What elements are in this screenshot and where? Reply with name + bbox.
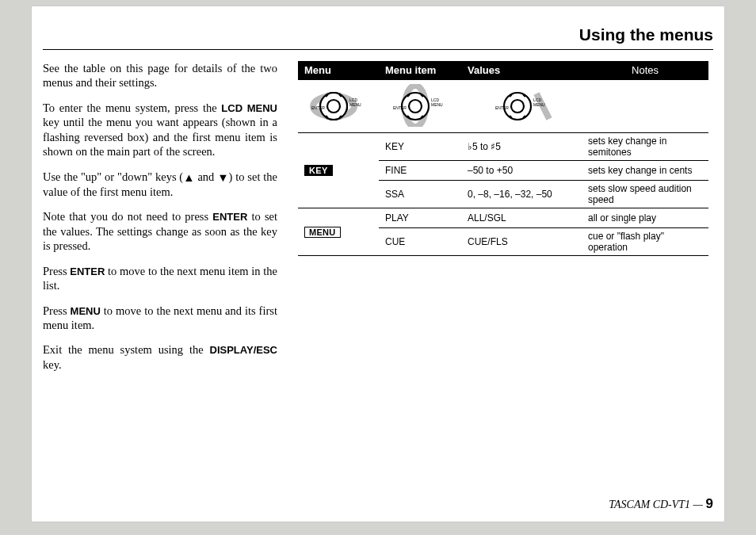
svg-text:MENU: MENU [431,102,443,107]
col-item: Menu item [379,61,461,80]
manual-page: Using the menus See the table on this pa… [32,6,724,522]
encoder-icon: ENTER LCD MENU [308,84,368,129]
cell-notes: all or single play [582,208,708,228]
text: Press [43,265,70,277]
encoder-icon: ENTER LCD MENU [487,84,556,129]
icon-cell-item: ENTER LCD MENU [379,80,461,133]
enter-label: ENTER [311,105,325,110]
down-arrow-icon: ▼ [217,170,228,185]
text: key. [43,358,62,371]
paragraph-7: Exit the menu system using the DISPLAY/E… [43,342,277,372]
encoder-icon: ENTER LCD MENU [390,84,450,129]
cell-values: CUE/FLS [461,228,582,256]
cell-values: ♭5 to ♯5 [461,133,582,161]
body-text-column: See the table on this page for details o… [43,61,277,382]
cell-item: KEY [379,133,461,161]
icon-row: ENTER LCD MENU [298,80,708,133]
cell-notes: sets slow speed audition speed [582,181,708,208]
page-number: 9 [706,496,713,511]
text: Press [43,304,71,317]
svg-text:MENU: MENU [533,102,545,107]
icon-cell-values: ENTER LCD MENU [461,80,582,133]
icon-cell-notes [582,80,708,133]
menu-table: Menu Menu item Values Notes [298,61,708,256]
cell-item: PLAY [379,208,461,228]
col-menu: Menu [298,61,379,80]
page-footer: TASCAM CD-VT1 — 9 [609,496,713,512]
svg-text:ENTER: ENTER [393,105,407,110]
menu-cell-key: KEY [298,133,379,208]
cell-item: CUE [379,228,461,256]
paragraph-6: Press MENU to move to the next menu and … [43,304,277,333]
key-badge: KEY [304,165,333,176]
footer-text: TASCAM CD-VT1 — [609,499,705,510]
table-row: MENU PLAY ALL/SGL all or single play [298,208,708,228]
table-row: KEY KEY ♭5 to ♯5 sets key change in semi… [298,133,708,161]
cell-item: FINE [379,161,461,181]
paragraph-4: Note that you do not need to press ENTER… [43,209,277,253]
icon-cell-menu: ENTER LCD MENU [298,80,379,133]
up-arrow-icon: ▲ [183,170,194,185]
menu-cell-menu: MENU [298,208,379,256]
paragraph-2: To enter the menu system, press the LCD … [43,101,277,159]
key-enter: ENTER [212,211,247,223]
cell-values: ALL/SGL [461,208,582,228]
text: To enter the menu system, press the [43,101,221,114]
key-lcd-menu: LCD MENU [221,102,277,114]
page-header: Using the menus [43,6,713,50]
cell-notes: sets key change in cents [582,161,708,181]
table-header-row: Menu Menu item Values Notes [298,61,708,80]
page-content: See the table on this page for details o… [32,61,724,382]
col-notes: Notes [582,61,708,80]
text: Note that you do not need to press [43,210,212,223]
svg-text:ENTER: ENTER [495,105,509,110]
paragraph-1: See the table on this page for details o… [43,61,277,90]
text: key until the menu you want appears (sho… [43,116,277,158]
cell-values: –50 to +50 [461,161,582,181]
table-column: Menu Menu item Values Notes [298,61,710,382]
col-values: Values [461,61,582,80]
cell-notes: cue or "flash play" operation [582,228,708,256]
paragraph-5: Press ENTER to move to the next menu ite… [43,264,277,293]
svg-text:MENU: MENU [349,102,361,107]
key-display-esc: DISPLAY/ESC [210,344,278,356]
paragraph-3: Use the "up" or "down" keys (▲ and ▼) to… [43,170,277,200]
key-enter: ENTER [70,266,105,277]
text: and [195,170,218,183]
page-title: Using the menus [579,25,713,44]
cell-notes: sets key change in semitones [582,133,708,161]
text: Use the "up" or "down" keys ( [43,170,183,183]
cell-item: SSA [379,181,461,208]
cell-values: 0, –8, –16, –32, –50 [461,181,582,208]
key-menu: MENU [71,305,101,317]
menu-badge: MENU [304,227,341,238]
text: Exit the menu system using the [43,343,210,356]
